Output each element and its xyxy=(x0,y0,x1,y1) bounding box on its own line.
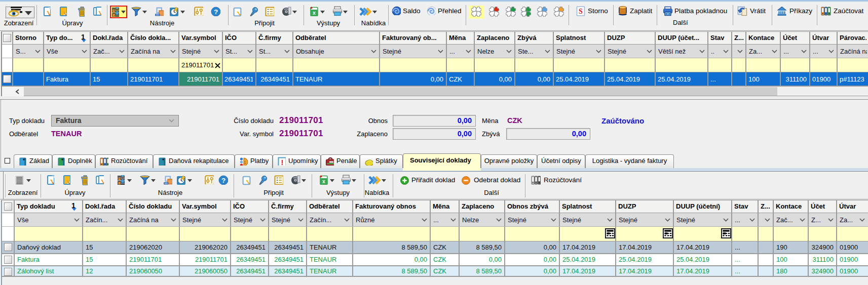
svg-text:1: 1 xyxy=(244,159,247,165)
svg-text:S: S xyxy=(579,8,583,15)
svg-text:?: ? xyxy=(214,8,218,16)
svg-text:x: x xyxy=(322,178,325,184)
svg-text:!: ! xyxy=(281,158,284,166)
svg-text:x: x xyxy=(313,10,316,16)
svg-text:?: ? xyxy=(221,177,225,184)
